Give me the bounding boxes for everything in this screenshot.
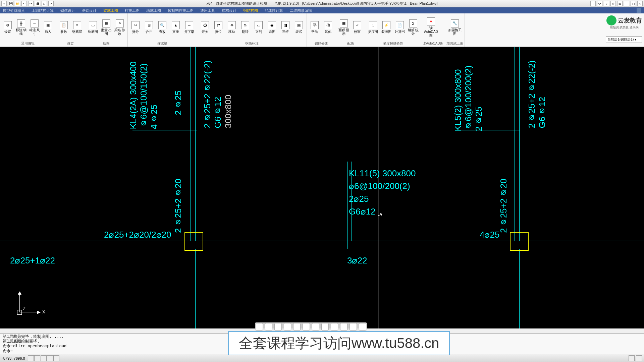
maximize-icon[interactable]: ▢ — [631, 1, 636, 6]
menu-beam-drawing[interactable]: 梁施工图 — [103, 8, 118, 13]
btn-beam-rename[interactable]: ✎梁名 修改 — [113, 14, 126, 41]
menu-collapse-icon[interactable] — [637, 8, 641, 13]
help-icon[interactable]: ? — [48, 1, 54, 6]
btn-merge[interactable]: ⊟合并 — [143, 14, 155, 41]
float-tool-9[interactable] — [331, 323, 338, 330]
tool-icon-2[interactable]: ⟳ — [597, 1, 602, 6]
cad-label: 2⌀25 — [173, 90, 183, 115]
column — [510, 232, 529, 251]
btn-table[interactable]: ▤表式 — [292, 14, 305, 41]
menu-bar: 模型荷载输入 上部结构计算 砌体设计 基础设计 梁施工图 柱施工图 墙施工图 预… — [0, 7, 644, 13]
menu-wall-drawing[interactable]: 墙施工图 — [146, 8, 161, 13]
btn-3d[interactable]: ◨三维 — [279, 14, 292, 41]
undo-icon[interactable]: ↶ — [21, 1, 27, 6]
layer-dropdown[interactable]: 自然层1(钢筋层1) ▾ — [606, 36, 642, 43]
btn-annotate-axis[interactable]: ╫标注 轴线 — [15, 14, 28, 41]
btn-move[interactable]: ✥移动 — [225, 14, 238, 41]
btn-settings[interactable]: ⚙设置 — [1, 14, 14, 41]
tool-icon-3[interactable]: ? — [604, 1, 609, 6]
btn-review[interactable]: ✓校审 — [351, 14, 364, 41]
group-label-rebar-mod: 钢筋修改 — [308, 41, 334, 47]
menu-masonry[interactable]: 砌体设计 — [60, 8, 75, 13]
menu-nonlinear[interactable]: 非线性计算 — [265, 8, 283, 13]
ribbon-group-reinforce: ▦面积 显示 ✓校审 配筋 — [336, 13, 365, 47]
btn-area-show[interactable]: ▦面积 显示 — [337, 14, 350, 41]
brand-logo-icon — [606, 15, 616, 25]
float-tool-4[interactable] — [284, 323, 291, 330]
status-osnap-icon[interactable] — [53, 355, 59, 361]
menu-common-tools[interactable]: 通用工具 — [200, 8, 215, 13]
watermark-banner: 全套课程学习访问www.tu588.cn — [228, 331, 450, 355]
menu-2d-edit[interactable]: 二维图形编辑 — [290, 8, 312, 13]
btn-swap[interactable]: ⇄换位 — [212, 14, 225, 41]
menu-foundation[interactable]: 基础设计 — [82, 8, 97, 13]
btn-params[interactable]: 📋参数 — [57, 14, 70, 41]
status-grid-icon[interactable] — [34, 355, 40, 361]
minimize-icon[interactable]: — — [624, 1, 629, 6]
float-tool-3[interactable] — [274, 323, 282, 330]
cad-label: 3⌀22 — [347, 255, 367, 266]
btn-support[interactable]: ▲支座 — [169, 14, 182, 41]
menu-steel-drawing[interactable]: 钢结构图 — [243, 8, 258, 13]
status-snap-icon[interactable] — [28, 355, 34, 361]
float-tool-11[interactable] — [350, 323, 357, 330]
btn-query[interactable]: 🔍查改 — [156, 14, 169, 41]
ribbon-group-autocad: A读AutoCAD图 读AutoCAD图 — [421, 13, 445, 47]
btn-rebar-stat[interactable]: Σ钢筋 统计 — [407, 14, 420, 41]
btn-rebar-layer[interactable]: ≡钢筋层 — [71, 14, 84, 41]
open-icon[interactable]: 📂 — [15, 1, 20, 6]
group-label-common: 通用编辑 — [1, 41, 54, 47]
menu-upper-calc[interactable]: 上部结构计算 — [32, 8, 54, 13]
cad-label: 4⌀25 — [480, 230, 499, 240]
status-right-icon-1[interactable] — [629, 355, 635, 361]
btn-parallel-beam[interactable]: ═并字梁 — [183, 14, 196, 41]
beam-line — [519, 249, 520, 328]
btn-section[interactable]: ▭立剖 — [252, 14, 265, 41]
beam-line — [191, 47, 191, 241]
btn-strengthen[interactable]: 🔧加固施工图 — [446, 14, 463, 41]
status-right-icon-2[interactable] — [636, 355, 642, 361]
float-tool-10[interactable] — [340, 323, 347, 330]
save-icon[interactable]: 💾 — [8, 1, 13, 6]
btn-other[interactable]: 他其他 — [322, 14, 334, 41]
float-tool-7[interactable] — [312, 323, 319, 330]
float-tool-1[interactable] — [256, 323, 263, 330]
tool-icon-5[interactable]: ⊞ — [617, 1, 623, 6]
status-ortho-icon[interactable] — [41, 355, 47, 361]
btn-new-drawing[interactable]: ▭绘新图 — [87, 14, 99, 41]
tool-icon-4[interactable]: ☆ — [610, 1, 616, 6]
btn-toggle[interactable]: ⏻开关 — [199, 14, 211, 41]
drawing-canvas[interactable]: KL4(2A) 300x400⌀6@100/150(2)4⌀25 2⌀25 2⌀… — [0, 47, 644, 328]
float-tool-5[interactable] — [293, 323, 301, 330]
menu-stair[interactable]: 楼梯设计 — [222, 8, 236, 13]
btn-detail[interactable]: ◉详图 — [266, 14, 278, 41]
print-icon[interactable]: 🖶 — [35, 1, 40, 6]
tool-icon-1[interactable]: ↓ — [590, 1, 596, 6]
btn-crack[interactable]: ⚡裂缝图 — [380, 14, 393, 41]
close-icon[interactable]: ✕ — [637, 1, 643, 6]
ribbon-group-continuous: ✂拆分 ⊟合并 🔍查改 ▲支座 ═并字梁 连续梁 — [128, 13, 197, 47]
ribbon: ⚙设置 ╫标注 轴线 ↔标注 尺寸 ▦插入 通用编辑 📋参数 ≡钢筋层 设置 ▭… — [0, 13, 644, 47]
float-tool-6[interactable] — [303, 323, 310, 330]
btn-insert[interactable]: ▦插入 — [42, 14, 54, 41]
beam-line — [0, 241, 644, 241]
btn-batch-export[interactable]: ▦批量 出图 — [100, 14, 113, 41]
float-tool-8[interactable] — [321, 323, 329, 330]
btn-pingfa[interactable]: 平平法 — [308, 14, 321, 41]
new-icon[interactable]: □ — [42, 1, 47, 6]
btn-read-autocad[interactable]: A读AutoCAD图 — [423, 14, 439, 41]
btn-calcbook[interactable]: 📄计算书 — [393, 14, 406, 41]
menu-model-load[interactable]: 模型荷载输入 — [3, 8, 25, 13]
btn-split[interactable]: ✂拆分 — [129, 14, 142, 41]
btn-deflection[interactable]: ⤵挠度图 — [367, 14, 379, 41]
btn-annotate-dim[interactable]: ↔标注 尺寸 — [28, 14, 41, 41]
float-tool-2[interactable] — [265, 323, 272, 330]
menu-col-drawing[interactable]: 柱施工图 — [125, 8, 140, 13]
redo-icon[interactable]: ↷ — [28, 1, 34, 6]
cad-label: 2⌀25+2⌀20/2⌀20 — [104, 230, 171, 240]
status-polar-icon[interactable] — [47, 355, 53, 361]
group-label-deflection: 挠度裂缝验算 — [367, 41, 420, 47]
float-tool-12[interactable] — [359, 323, 366, 330]
btn-flip[interactable]: ⇅翻转 — [239, 14, 252, 41]
menu-precast[interactable]: 预制构件施工图 — [168, 8, 194, 13]
